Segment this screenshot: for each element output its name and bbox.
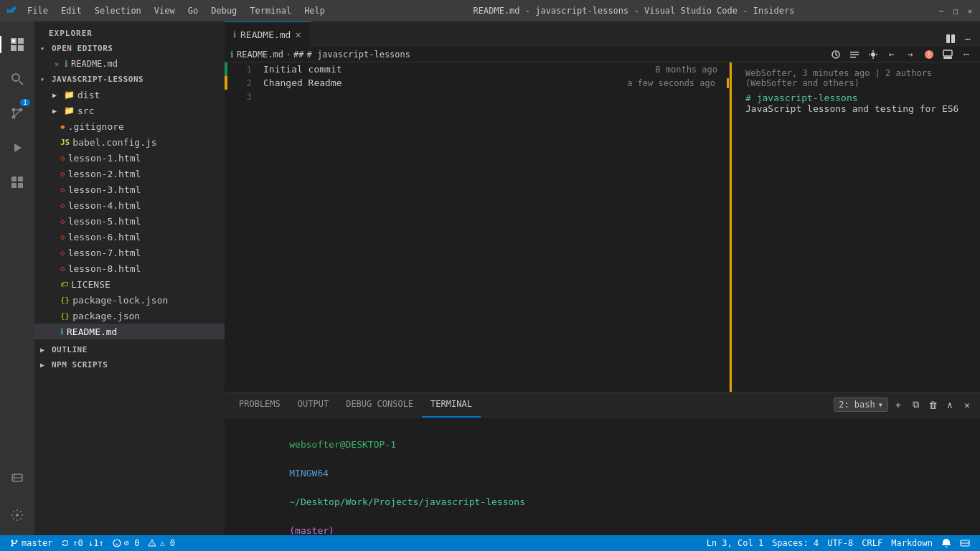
navigate-forward-button[interactable]: → [903, 47, 918, 62]
position-label: Ln 3, Col 1 [707, 538, 763, 548]
file-lesson-1[interactable]: ◇ lesson-1.html [34, 150, 225, 166]
status-sync[interactable]: ↑0 ↓1↑ [57, 535, 108, 551]
window-controls: ─ □ ✕ [937, 6, 974, 15]
status-line-ending[interactable]: CRLF [857, 535, 887, 551]
package-json-label: package.json [72, 311, 140, 321]
toggle-blame-button[interactable] [847, 47, 862, 62]
file-lesson-2[interactable]: ◇ lesson-2.html [34, 166, 225, 182]
svg-text:!: ! [927, 52, 930, 59]
terminal-space2 [289, 482, 295, 493]
file-lesson-8[interactable]: ◇ lesson-8.html [34, 260, 225, 276]
outline-header[interactable]: ▶ OUTLINE [34, 342, 225, 357]
menu-debug[interactable]: Debug [205, 4, 242, 17]
panel-tab-terminal[interactable]: TERMINAL [422, 392, 481, 418]
panel-controls: 2: bash ▾ + ⧉ 🗑 ∧ ✕ [834, 397, 974, 412]
more-editor-actions[interactable]: ⋯ [958, 47, 974, 62]
activity-debug[interactable] [0, 131, 34, 165]
panel-tab-problems[interactable]: PROBLEMS [230, 392, 289, 418]
close-editor-icon[interactable]: ✕ [52, 60, 62, 69]
menu-file[interactable]: File [22, 4, 54, 17]
editor-breadcrumb-bar: ℹ README.md › ## # javascript-lessons ← … [225, 47, 980, 62]
activity-remote[interactable] [0, 461, 34, 495]
file-lesson-3[interactable]: ◇ lesson-3.html [34, 182, 225, 197]
close-button[interactable]: ✕ [966, 6, 974, 15]
status-errors[interactable]: ✕ ⊘ 0 [108, 535, 144, 551]
svg-rect-25 [943, 57, 952, 59]
terminal-selector[interactable]: 2: bash ▾ [834, 397, 888, 412]
panel-tab-output[interactable]: OUTPUT [289, 392, 337, 418]
split-terminal-button[interactable]: ⧉ [908, 397, 923, 412]
sidebar: EXPLORER ▾ OPEN EDITORS ✕ ℹ README.md ▾ … [34, 22, 225, 535]
file-babel-config[interactable]: JS babel.config.js [34, 134, 225, 150]
menu-view[interactable]: View [149, 4, 181, 17]
breadcrumb-file[interactable]: README.md [237, 50, 283, 60]
status-spaces[interactable]: Spaces: 4 [768, 535, 823, 551]
readme-icon: ℹ [60, 326, 64, 336]
activity-extensions[interactable] [0, 165, 34, 199]
html-icon-2: ◇ [60, 169, 65, 179]
toggle-panel-button[interactable] [940, 47, 956, 62]
gutter-line-2: 2 [225, 76, 260, 90]
status-warnings[interactable]: ! ⚠ 0 [143, 535, 179, 551]
tab-readme-close[interactable]: ✕ [295, 29, 301, 39]
html-icon-6: ◇ [60, 232, 65, 242]
terminal-content[interactable]: websofter@DESKTOP-1 MINGW64 ~/Desktop/Wo… [225, 418, 980, 535]
tab-readme[interactable]: ℹ README.md ✕ [225, 22, 311, 47]
new-terminal-button[interactable]: + [891, 397, 905, 412]
minimize-button[interactable]: ─ [937, 6, 946, 15]
terminal-space3 [289, 511, 295, 522]
status-branch[interactable]: master [6, 535, 57, 551]
maximize-button[interactable]: □ [951, 6, 960, 15]
file-package-json[interactable]: {} package.json [34, 308, 225, 324]
outline-label: OUTLINE [52, 345, 88, 354]
src-chevron-icon: ▶ [49, 105, 60, 116]
error-icon: ✕ [113, 539, 121, 547]
file-gitignore[interactable]: ◆ .gitignore [34, 118, 225, 134]
kill-terminal-button[interactable]: 🗑 [925, 397, 940, 412]
open-editor-readme[interactable]: ✕ ℹ README.md [34, 56, 225, 72]
activity-settings[interactable] [0, 498, 34, 532]
maximize-panel-button[interactable]: ∧ [943, 397, 957, 412]
code-line-2: Changed Readme a few seconds ago [263, 76, 729, 90]
file-package-lock[interactable]: {} package-lock.json [34, 292, 225, 308]
svg-point-14 [16, 514, 19, 517]
project-header[interactable]: ▾ JAVASCRIPT-LESSONS [34, 72, 225, 87]
status-notification[interactable] [937, 535, 956, 551]
open-changes-button[interactable] [828, 47, 844, 62]
package-lock-icon: {} [60, 296, 70, 305]
more-actions-button[interactable]: ⋯ [960, 31, 976, 47]
code-editor[interactable]: 1 2 3 [225, 62, 729, 392]
file-lesson-4[interactable]: ◇ lesson-4.html [34, 197, 225, 213]
status-language[interactable]: Markdown [887, 535, 937, 551]
open-editors-header[interactable]: ▾ OPEN EDITORS [34, 41, 225, 56]
status-position[interactable]: Ln 3, Col 1 [702, 535, 768, 551]
status-remote-indicator[interactable] [956, 535, 974, 551]
menu-selection[interactable]: Selection [89, 4, 147, 17]
npm-scripts-header[interactable]: ▶ NPM SCRIPTS [34, 357, 225, 372]
activity-explorer[interactable] [0, 27, 34, 62]
navigate-back-button[interactable]: ← [884, 47, 900, 62]
panel-tab-debug-console[interactable]: DEBUG CONSOLE [337, 392, 422, 418]
folder-dist[interactable]: ▶ 📁 dist [34, 87, 225, 103]
menu-terminal[interactable]: Terminal [244, 4, 297, 17]
menu-go[interactable]: Go [182, 4, 204, 17]
file-lesson-5[interactable]: ◇ lesson-5.html [34, 213, 225, 229]
file-lesson-6[interactable]: ◇ lesson-6.html [34, 229, 225, 245]
file-readme[interactable]: ℹ README.md [34, 324, 225, 339]
activity-source-control[interactable]: 1 [0, 96, 34, 131]
activity-search[interactable] [0, 62, 34, 96]
title-bar: File Edit Selection View Go Debug Termin… [0, 0, 980, 22]
status-encoding[interactable]: UTF-8 [823, 535, 857, 551]
window-title: README.md - javascript-lessons - Visual … [331, 6, 937, 16]
menu-help[interactable]: Help [298, 4, 331, 17]
error-badge[interactable]: ! [921, 47, 937, 62]
tab-bar: ℹ README.md ✕ ⋯ [225, 22, 980, 47]
file-license[interactable]: 🏷 LICENSE [34, 276, 225, 292]
close-panel-button[interactable]: ✕ [960, 397, 974, 412]
breadcrumb-section[interactable]: # javascript-lessons [307, 50, 411, 60]
show-heatmap-button[interactable] [865, 47, 881, 62]
menu-edit[interactable]: Edit [55, 4, 88, 17]
split-editor-button[interactable] [943, 31, 958, 47]
folder-src[interactable]: ▶ 📁 src [34, 103, 225, 118]
file-lesson-7[interactable]: ◇ lesson-7.html [34, 245, 225, 260]
